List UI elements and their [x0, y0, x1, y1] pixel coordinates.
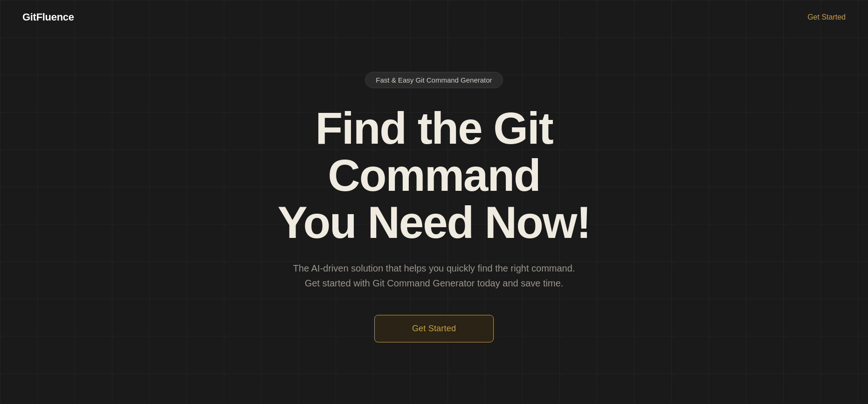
hero-section: Fast & Easy Git Command Generator Find t… [0, 35, 868, 342]
logo: GitFluence [22, 11, 74, 23]
navbar: GitFluence Get Started [0, 0, 868, 35]
hero-subtitle: The AI-driven solution that helps you qu… [293, 261, 575, 291]
hero-subtitle-line1: The AI-driven solution that helps you qu… [293, 263, 575, 273]
badge-text: Fast & Easy Git Command Generator [376, 76, 492, 84]
hero-badge: Fast & Easy Git Command Generator [365, 72, 503, 88]
nav-get-started-button[interactable]: Get Started [807, 13, 846, 21]
hero-cta-button[interactable]: Get Started [374, 315, 494, 342]
hero-title-line2: You Need Now! [278, 197, 591, 247]
hero-title-line1: Find the Git Command [315, 103, 552, 200]
hero-title: Find the Git Command You Need Now! [224, 105, 644, 246]
hero-subtitle-line2: Get started with Git Command Generator t… [305, 278, 564, 288]
